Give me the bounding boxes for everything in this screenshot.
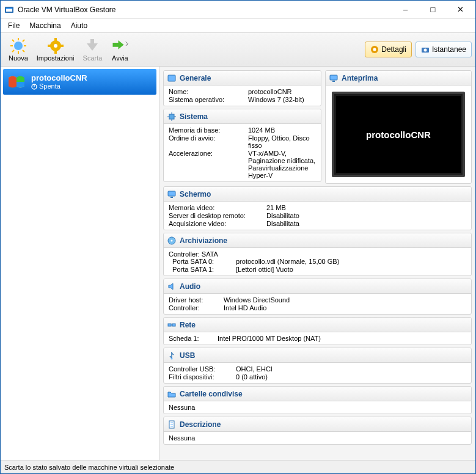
display-icon [167,190,176,199]
svg-point-40 [171,357,173,359]
section-shared-header[interactable]: Cartelle condivise [164,387,471,401]
window-title: Oracle VM VirtualBox Gestore [18,5,392,14]
svg-rect-38 [172,324,175,326]
section-description-header[interactable]: Descrizione [164,417,471,432]
main-area: protocolloCNR Spenta Generale Nome:proto… [1,67,475,460]
svg-rect-31 [330,75,337,80]
section-system-header[interactable]: Sistema [164,109,321,124]
section-usb: USB Controller USB:OHCI, EHCI Filtri dis… [163,348,472,384]
camera-icon [421,45,430,54]
discard-button[interactable]: Scarta [79,34,107,65]
start-button[interactable]: Avvia [106,34,133,65]
section-storage: Archiviazione Controller: SATA Porta SAT… [163,233,472,276]
section-system: Sistema Memoria di base:1024 MB Ordine d… [163,109,321,182]
sun-new-icon [10,37,27,54]
svg-rect-17 [60,45,64,47]
general-icon [167,74,176,82]
svg-rect-25 [168,75,175,81]
svg-point-13 [54,44,57,48]
menu-file[interactable]: File [3,20,24,32]
section-network: Rete Scheda 1:Intel PRO/1000 MT Desktop … [163,317,472,345]
menu-help[interactable]: Aiuto [66,20,92,32]
svg-rect-34 [170,197,173,198]
gear-icon [47,37,64,54]
folder-icon [167,390,176,398]
details-view-button[interactable]: Dettagli [365,42,412,57]
toolbar-label-discard: Scarta [83,54,103,62]
svg-rect-15 [54,51,57,54]
maximize-button[interactable]: □ [419,1,447,18]
svg-line-11 [12,50,14,52]
svg-rect-37 [168,324,171,326]
menu-machine[interactable]: Macchina [24,20,65,32]
svg-rect-33 [168,191,175,196]
section-audio: Audio Driver host:Windows DirectSound Co… [163,279,472,315]
section-display-header[interactable]: Schermo [164,187,471,202]
section-display: Schermo Memoria video:21 MB Server di de… [163,186,472,230]
svg-point-21 [423,49,427,52]
minimize-button[interactable]: – [392,1,419,18]
down-arrow-icon [84,37,101,54]
svg-point-36 [171,239,173,241]
section-audio-header[interactable]: Audio [164,279,471,294]
section-general: Generale Nome:protocolloCNR Sistema oper… [163,70,321,106]
section-description: Descrizione Nessuna [163,417,472,445]
details-label: Dettagli [381,45,406,54]
power-off-icon [31,84,37,90]
new-vm-button[interactable]: Nuova [4,34,32,65]
details-pane: Generale Nome:protocolloCNR Sistema oper… [159,67,475,460]
section-network-header[interactable]: Rete [164,318,471,332]
usb-icon [167,351,176,360]
monitor-icon [329,74,338,82]
windows7-os-icon [7,72,26,92]
toolbar-label-new: Nuova [9,54,28,62]
section-preview: Anteprima protocolloCNR [325,70,472,184]
svg-line-8 [12,40,14,42]
vm-state: Spenta [31,82,87,90]
speaker-icon [167,282,176,291]
chip-icon [167,112,176,121]
svg-rect-2 [6,8,12,9]
section-storage-header[interactable]: Archiviazione [164,233,471,248]
virtualbox-icon [4,5,14,15]
svg-rect-26 [169,114,174,119]
start-arrow-icon [111,37,128,54]
disk-icon [167,236,176,245]
svg-rect-32 [332,81,335,82]
toolbar-label-start: Avvia [112,54,128,62]
snapshots-view-button[interactable]: Istantanee [416,42,472,57]
document-icon [167,420,176,429]
svg-rect-14 [54,38,57,41]
vm-item-protocollocnr[interactable]: protocolloCNR Spenta [3,69,156,95]
svg-line-9 [23,50,24,52]
menubar: File Macchina Aiuto [1,19,475,32]
section-general-header[interactable]: Generale [164,71,321,86]
svg-point-3 [14,42,23,50]
vm-list: protocolloCNR Spenta [1,67,159,460]
preview-thumbnail[interactable]: protocolloCNR [332,92,465,177]
section-shared-folders: Cartelle condivise Nessuna [163,386,472,414]
network-icon [167,321,176,329]
status-text: Scarta lo stato salvato delle macchine v… [4,464,174,471]
section-preview-header[interactable]: Anteprima [326,71,471,86]
status-bar: Scarta lo stato salvato delle macchine v… [1,460,475,473]
toolbar: Nuova Impostazioni Scarta Avvia Dettagli… [1,32,475,67]
vm-name: protocolloCNR [31,73,87,83]
settings-button[interactable]: Impostazioni [32,34,79,65]
snapshots-label: Istantanee [432,45,466,54]
svg-point-19 [373,48,376,51]
svg-line-10 [23,40,24,42]
close-button[interactable]: ✕ [447,1,474,18]
toolbar-label-settings: Impostazioni [37,54,75,62]
svg-rect-16 [48,45,51,47]
section-usb-header[interactable]: USB [164,348,471,363]
titlebar: Oracle VM VirtualBox Gestore – □ ✕ [1,1,475,19]
details-icon [370,45,379,54]
